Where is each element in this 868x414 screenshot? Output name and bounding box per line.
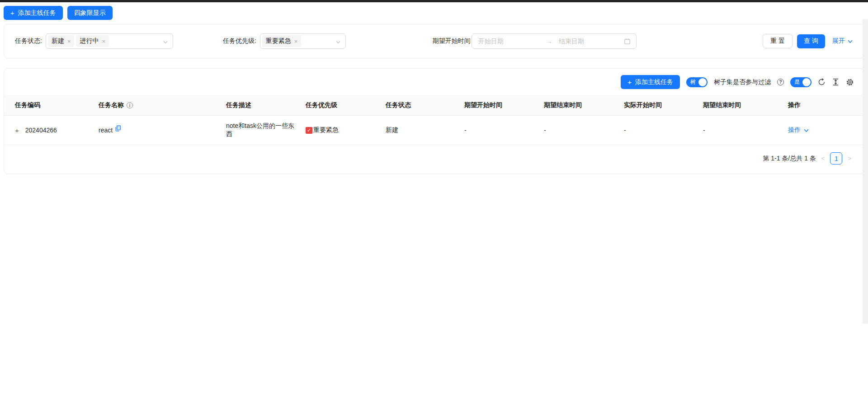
add-main-task-button[interactable]: + 添加主线任务 (4, 6, 63, 20)
status-tag-inprogress[interactable]: 进行中 × (76, 35, 109, 47)
close-icon[interactable]: × (102, 38, 105, 45)
add-main-task-table-label: 添加主线任务 (635, 78, 673, 86)
task-name-value: react (99, 127, 113, 134)
task-code-value: 202404266 (25, 127, 57, 134)
priority-value: 重要紧急 (313, 126, 339, 134)
col-actual-start: 实际开始时间 (620, 95, 699, 116)
date-range-picker[interactable]: → (472, 33, 637, 49)
cell-expected-end-2: - (699, 116, 784, 145)
status-tag-new-label: 新建 (52, 37, 64, 45)
switch-knob (802, 78, 811, 86)
add-main-task-button-table[interactable]: + 添加主线任务 (621, 75, 680, 89)
cell-task-name: react (95, 116, 222, 145)
calendar-icon (624, 38, 631, 45)
tree-mode-switch[interactable]: 树 (686, 77, 708, 87)
cell-task-status: 新建 (382, 116, 461, 145)
refresh-icon[interactable] (818, 78, 826, 86)
reset-button[interactable]: 重 置 (763, 34, 793, 48)
switch-knob (698, 78, 707, 86)
cell-actions: 操作 (784, 116, 864, 145)
expand-link-label: 展开 (832, 37, 845, 45)
expected-start-time-label: 期望开始时间 (433, 37, 471, 45)
priority-tag-important-urgent[interactable]: 重要紧急 × (262, 35, 302, 47)
chevron-down-icon (803, 127, 809, 133)
cell-task-priority: ✓ 重要紧急 (302, 116, 382, 145)
cell-expected-start: - (461, 116, 540, 145)
col-task-description: 任务描述 (222, 95, 302, 116)
cell-task-description: note和task公用的一些东西 (222, 116, 302, 145)
col-expected-start: 期望开始时间 (461, 95, 540, 116)
priority-tag-label: 重要紧急 (266, 37, 291, 45)
query-button[interactable]: 查 询 (797, 34, 825, 48)
task-priority-select[interactable]: 重要紧急 × (260, 33, 346, 49)
copy-icon[interactable] (115, 125, 121, 133)
status-tag-inprogress-label: 进行中 (80, 37, 99, 45)
col-expected-end: 期望结束时间 (540, 95, 620, 116)
col-task-code: 任务编码 (4, 95, 95, 116)
col-task-name: 任务名称 i (95, 95, 222, 116)
cell-expected-end: - (540, 116, 620, 145)
task-table: 任务编码 任务名称 i 任务描述 任务优先级 任务状态 期望开始时间 期望结束时… (4, 95, 864, 145)
quadrant-display-button[interactable]: 四象限显示 (67, 6, 113, 20)
table-row: + 202404266 react note和task公用的一些东西 (4, 116, 864, 145)
close-icon[interactable]: × (294, 38, 298, 45)
filter-panel: 任务状态: 新建 × 进行中 × 任务优先级: 重要紧急 × 期望开始时间 (4, 24, 864, 58)
task-status-label: 任务状态: (15, 37, 42, 45)
start-date-input[interactable] (477, 37, 541, 45)
scrollbar-track[interactable] (863, 19, 868, 324)
priority-flag-icon: ✓ (306, 127, 312, 134)
chevron-down-icon (163, 39, 168, 46)
col-expected-end-2: 期望结束时间 (699, 95, 784, 116)
tree-switch-label: 树 (690, 78, 696, 86)
plus-icon: + (10, 9, 14, 16)
chevron-down-icon (335, 39, 341, 46)
prev-page-icon[interactable]: < (821, 155, 826, 162)
task-table-panel: + 添加主线任务 树 树子集是否参与过滤 ? 是 任务编码 (4, 68, 864, 174)
cell-task-code: + 202404266 (4, 116, 95, 145)
col-task-status: 任务状态 (382, 95, 461, 116)
yes-switch-label: 是 (794, 78, 800, 86)
tree-filter-hint-label: 树子集是否参与过滤 (714, 78, 771, 86)
expand-link[interactable]: 展开 (832, 37, 853, 45)
col-actions: 操作 (784, 95, 864, 116)
range-arrow-icon: → (546, 38, 552, 45)
end-date-input[interactable] (558, 37, 621, 45)
row-expand-toggle[interactable]: + (15, 127, 19, 134)
chevron-down-icon (847, 38, 853, 44)
top-action-bar: + 添加主线任务 四象限显示 (0, 2, 868, 23)
info-circle-icon[interactable]: i (127, 102, 133, 108)
col-task-priority: 任务优先级 (302, 95, 382, 116)
pagination: 第 1-1 条/总共 1 条 < 1 > (4, 145, 864, 167)
close-icon[interactable]: × (67, 38, 71, 45)
settings-gear-icon[interactable] (846, 78, 854, 86)
cell-actual-start: - (620, 116, 699, 145)
row-action-link[interactable]: 操作 (788, 126, 809, 134)
query-button-label: 查 询 (804, 37, 818, 45)
task-status-select[interactable]: 新建 × 进行中 × (46, 33, 173, 49)
tree-filter-switch[interactable]: 是 (790, 77, 811, 87)
task-priority-label: 任务优先级: (223, 37, 256, 45)
pagination-summary: 第 1-1 条/总共 1 条 (763, 155, 816, 163)
col-task-name-label: 任务名称 (99, 101, 124, 109)
question-circle-icon[interactable]: ? (777, 79, 784, 85)
next-page-icon[interactable]: > (847, 155, 852, 162)
plus-icon: + (627, 79, 632, 85)
column-height-icon[interactable] (832, 78, 840, 86)
table-header-row: 任务编码 任务名称 i 任务描述 任务优先级 任务状态 期望开始时间 期望结束时… (4, 95, 864, 116)
priority-filter-group: 任务优先级: 重要紧急 × (223, 33, 346, 49)
add-main-task-label: 添加主线任务 (18, 9, 56, 17)
filter-actions: 重 置 查 询 展开 (763, 34, 853, 48)
page-number-1[interactable]: 1 (830, 152, 842, 165)
table-toolbar: + 添加主线任务 树 树子集是否参与过滤 ? 是 (4, 69, 864, 95)
status-tag-new[interactable]: 新建 × (48, 35, 75, 47)
row-action-label: 操作 (788, 126, 801, 134)
expected-start-filter-group: 期望开始时间 → (433, 33, 637, 49)
quadrant-display-label: 四象限显示 (74, 9, 106, 17)
